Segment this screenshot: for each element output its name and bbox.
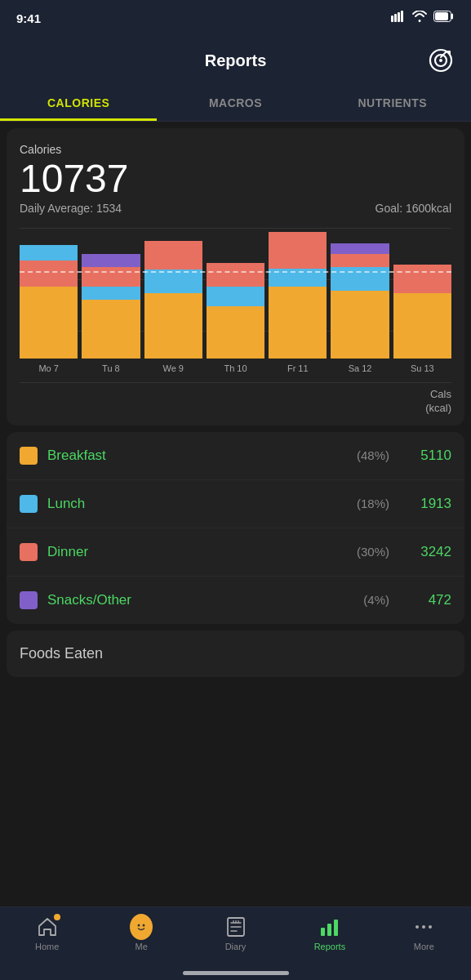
svg-point-22 [415,925,419,929]
snacks-name: Snacks/Other [47,592,363,608]
tab-macros[interactable]: MACROS [157,85,313,121]
foods-eaten-title: Foods Eaten [20,645,103,662]
svg-point-24 [429,925,432,929]
diary-icon [224,915,247,938]
tabs-bar: CALORIES MACROS NUTRIENTS [0,85,471,122]
svg-point-8 [439,59,442,62]
dinner-name: Dinner [47,544,357,560]
wifi-icon [412,11,427,25]
home-indicator [183,971,289,975]
tab-calories[interactable]: CALORIES [0,85,157,121]
day-label-sa12: Sa 12 [331,363,389,373]
chart-section: Calories 10737 Daily Average: 1534 Goal:… [7,128,464,425]
more-label: More [414,942,434,951]
cals-unit: Cals(kcal) [20,388,451,416]
breakfast-pct: (48%) [357,448,389,462]
diary-label: Diary [225,942,247,951]
home-label: Home [35,942,59,951]
breakfast-color [20,447,38,465]
meal-row-lunch[interactable]: Lunch (18%) 1913 [7,480,464,528]
chart-total: 10737 [20,159,451,198]
signal-icon [391,11,406,25]
bar-chart-container: Mo 7 Tu 8 We 9 Th 10 Fr 11 Sa 12 Su 13 [20,228,451,383]
snacks-cals: 472 [402,592,451,608]
bar-we9 [144,228,202,359]
svg-rect-1 [394,14,397,22]
snacks-color [20,591,38,609]
meal-rows: Breakfast (48%) 5110 Lunch (18%) 1913 Di… [7,432,464,624]
lunch-pct: (18%) [357,497,389,510]
header-title: Reports [205,51,267,70]
day-label-mo7: Mo 7 [20,363,78,373]
me-avatar [130,914,153,940]
meal-row-snacks[interactable]: Snacks/Other (4%) 472 [7,577,464,624]
status-bar: 9:41 [0,0,471,36]
bar-chart [20,228,451,359]
status-icons [391,11,455,25]
bar-day-labels: Mo 7 Tu 8 We 9 Th 10 Fr 11 Sa 12 Su 13 [20,363,451,373]
me-icon [130,915,153,938]
lunch-name: Lunch [47,496,357,512]
day-label-th10: Th 10 [207,363,264,373]
lunch-cals: 1913 [402,496,451,512]
dinner-pct: (30%) [357,545,389,559]
svg-point-10 [138,924,140,927]
snacks-pct: (4%) [363,593,389,607]
target-icon[interactable] [427,47,455,74]
meal-row-breakfast[interactable]: Breakfast (48%) 5110 [7,432,464,480]
main-content: Calories 10737 Daily Average: 1534 Goal:… [0,128,471,765]
nav-item-home[interactable]: Home [0,915,94,951]
day-label-tu8: Tu 8 [82,363,140,373]
lunch-color [20,495,38,513]
status-time: 9:41 [16,11,41,25]
day-label-we9: We 9 [144,363,202,373]
bar-su13 [393,228,451,359]
reports-label: Reports [314,942,346,951]
dinner-color [20,543,38,561]
bar-th10 [207,228,264,359]
bar-tu8 [82,228,140,359]
header: Reports [0,36,471,85]
svg-rect-0 [391,16,393,22]
meal-row-dinner[interactable]: Dinner (30%) 3242 [7,528,464,577]
svg-point-11 [143,924,145,927]
tab-nutrients[interactable]: NUTRIENTS [314,85,471,121]
bar-sa12 [331,228,389,359]
svg-point-23 [422,925,425,929]
me-label: Me [135,942,147,951]
bottom-nav: Home Me [0,906,471,980]
chart-daily-avg: Daily Average: 1534 [20,202,122,215]
svg-rect-19 [321,928,325,936]
svg-rect-3 [401,11,403,22]
nav-item-me[interactable]: Me [94,915,188,951]
chart-label: Calories [20,143,451,156]
nav-item-reports[interactable]: Reports [282,915,376,951]
reports-icon [318,915,341,938]
battery-icon [433,11,455,25]
svg-rect-21 [334,920,338,936]
bar-mo7 [20,228,78,359]
svg-rect-20 [327,924,331,936]
goal-line [20,271,451,273]
more-icon [412,915,435,938]
nav-item-diary[interactable]: Diary [189,915,282,951]
dinner-cals: 3242 [402,544,451,560]
bar-fr11 [269,228,327,359]
home-icon [36,915,59,938]
chart-goal: Goal: 1600kcal [375,202,451,215]
chart-meta: Daily Average: 1534 Goal: 1600kcal [20,202,451,215]
svg-point-9 [134,920,149,934]
foods-eaten-section: Foods Eaten [7,630,464,677]
svg-rect-5 [435,12,448,20]
day-label-fr11: Fr 11 [269,363,327,373]
svg-rect-2 [398,12,400,22]
breakfast-name: Breakfast [47,448,357,464]
breakfast-cals: 5110 [402,448,451,464]
home-dot [54,914,60,920]
nav-item-more[interactable]: More [377,915,471,951]
day-label-su13: Su 13 [393,363,451,373]
